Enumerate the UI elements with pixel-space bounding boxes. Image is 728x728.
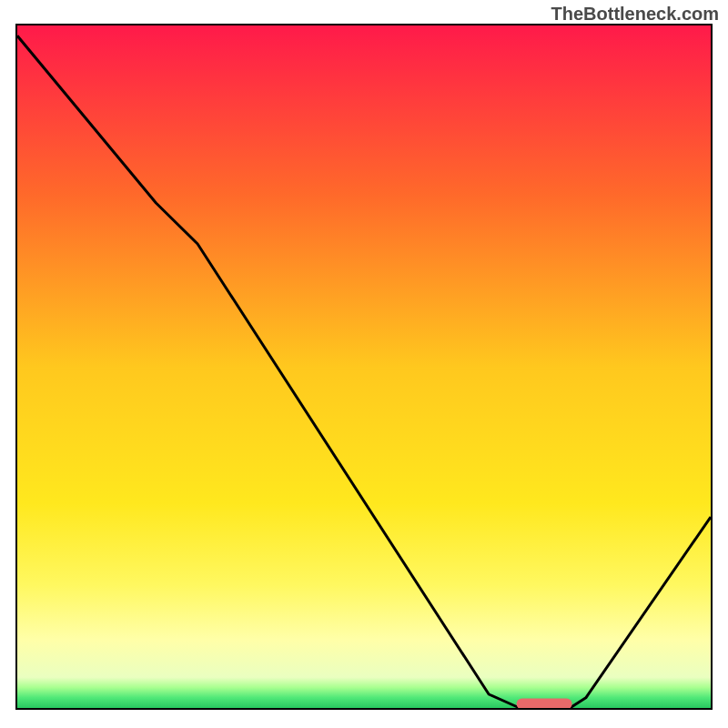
sweet-spot-marker bbox=[517, 699, 572, 709]
chart-plot-area bbox=[15, 24, 713, 710]
chart-svg bbox=[17, 25, 711, 708]
watermark-text: TheBottleneck.com bbox=[551, 4, 719, 25]
chart-background-gradient bbox=[17, 25, 711, 708]
